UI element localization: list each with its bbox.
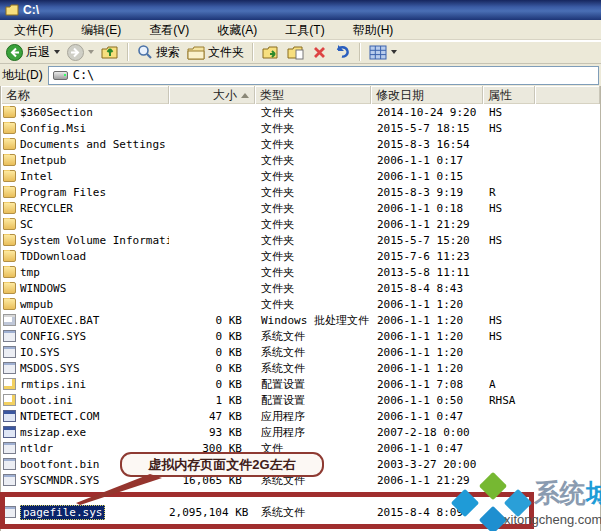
views-button[interactable] <box>366 44 400 61</box>
file-modified-date: 2006-1-1 1:20 <box>371 330 483 343</box>
file-modified-date: 2006-1-1 1:20 <box>371 346 483 359</box>
delete-button[interactable] <box>309 44 330 61</box>
file-type: 应用程序 <box>255 409 371 424</box>
views-caret[interactable] <box>391 50 397 54</box>
file-modified-date: 2015-8-4 8:43 <box>371 282 483 295</box>
move-to-icon <box>262 45 280 60</box>
forward-icon <box>67 44 84 61</box>
file-icon <box>3 362 16 374</box>
file-attributes: HS <box>483 202 535 215</box>
column-header-attributes[interactable]: 属性 <box>483 86 535 104</box>
file-row[interactable]: CONFIG.SYS 0 KB 系统文件 2006-1-1 1:20 HS <box>1 328 600 344</box>
file-type: 系统文件 <box>255 329 371 344</box>
file-type: 文件夹 <box>255 249 371 264</box>
column-header-row: 名称 大小 类型 修改日期 属性 <box>1 86 600 104</box>
menu-file[interactable]: 文件(F) <box>0 19 67 42</box>
file-name: Inetpub <box>20 154 66 167</box>
file-row[interactable]: Inetpub 文件夹 2006-1-1 0:17 <box>1 152 600 168</box>
search-label: 搜索 <box>156 44 180 61</box>
file-size: 0 KB <box>169 346 255 359</box>
file-name: Documents and Settings <box>20 138 166 151</box>
file-icon <box>3 138 16 150</box>
drive-icon <box>53 71 68 80</box>
menu-tools[interactable]: 工具(T) <box>271 19 338 42</box>
back-button[interactable]: 后退 <box>3 43 63 62</box>
file-row[interactable]: TDDownload 文件夹 2015-7-6 11:23 <box>1 248 600 264</box>
file-modified-date: 2013-5-8 11:11 <box>371 266 483 279</box>
file-type: 文件夹 <box>255 137 371 152</box>
file-icon <box>3 154 16 166</box>
file-row[interactable]: rmtips.ini 0 KB 配置设置 2006-1-1 7:08 A <box>1 376 600 392</box>
file-row[interactable]: Intel 文件夹 2006-1-1 0:15 <box>1 168 600 184</box>
file-type: 配置设置 <box>255 377 371 392</box>
file-icon <box>3 330 16 342</box>
search-button[interactable]: 搜索 <box>134 43 183 62</box>
menu-help[interactable]: 帮助(H) <box>339 19 408 42</box>
file-type: 文件夹 <box>255 281 371 296</box>
file-row[interactable]: NTDETECT.COM 47 KB 应用程序 2006-1-1 0:47 <box>1 408 600 424</box>
file-icon <box>3 474 16 486</box>
menu-view[interactable]: 查看(V) <box>135 19 203 42</box>
up-button[interactable] <box>98 43 122 61</box>
forward-button[interactable] <box>64 43 97 62</box>
file-attributes: HS <box>483 314 535 327</box>
file-type: 文件夹 <box>255 121 371 136</box>
file-row[interactable]: RECYCLER 文件夹 2006-1-1 0:18 HS <box>1 200 600 216</box>
file-row[interactable]: Config.Msi 文件夹 2015-5-7 18:15 HS <box>1 120 600 136</box>
file-row[interactable]: WINDOWS 文件夹 2015-8-4 8:43 <box>1 280 600 296</box>
file-row[interactable]: tmp 文件夹 2013-5-8 11:11 <box>1 264 600 280</box>
menu-favorites[interactable]: 收藏(A) <box>203 19 271 42</box>
file-icon <box>3 234 16 246</box>
move-to-button[interactable] <box>259 44 283 61</box>
folders-button[interactable]: 文件夹 <box>184 43 247 62</box>
file-type: 文件夹 <box>255 297 371 312</box>
column-header-name[interactable]: 名称 <box>1 86 169 104</box>
window-folder-icon <box>5 4 19 16</box>
file-icon <box>3 170 16 182</box>
menu-edit[interactable]: 编辑(E) <box>67 19 135 42</box>
file-name: AUTOEXEC.BAT <box>20 314 99 327</box>
file-name: MSDOS.SYS <box>20 362 80 375</box>
annotation-text: 虚拟内存页面文件2G左右 <box>148 456 295 474</box>
undo-button[interactable] <box>331 43 354 61</box>
back-history-caret[interactable] <box>54 50 60 54</box>
file-type: 系统文件 <box>255 361 371 376</box>
watermark-diamond-blue-icon <box>479 506 507 531</box>
address-combo[interactable]: C:\ <box>48 66 599 85</box>
file-name: Config.Msi <box>20 122 86 135</box>
file-row[interactable]: $360Section 文件夹 2014-10-24 9:20 HS <box>1 104 600 120</box>
file-name: IO.SYS <box>20 346 60 359</box>
file-row[interactable]: Documents and Settings 文件夹 2015-8-3 16:5… <box>1 136 600 152</box>
address-bar: 地址(D) C:\ <box>0 64 601 87</box>
file-row[interactable]: Program Files 文件夹 2015-8-3 9:19 R <box>1 184 600 200</box>
file-row[interactable]: SC 文件夹 2006-1-1 21:29 <box>1 216 600 232</box>
file-row[interactable]: wmpub 文件夹 2006-1-1 1:20 <box>1 296 600 312</box>
file-modified-date: 2014-10-24 9:20 <box>371 106 483 119</box>
file-attributes: HS <box>483 234 535 247</box>
column-header-size[interactable]: 大小 <box>169 86 255 104</box>
column-header-type[interactable]: 类型 <box>255 86 371 104</box>
file-modified-date: 2006-1-1 7:08 <box>371 378 483 391</box>
file-icon <box>3 458 16 470</box>
back-icon <box>6 44 23 61</box>
copy-to-button[interactable] <box>284 44 308 61</box>
file-name: RECYCLER <box>20 202 73 215</box>
column-header-modified[interactable]: 修改日期 <box>371 86 483 104</box>
undo-icon <box>334 44 351 60</box>
file-name: TDDownload <box>20 250 86 263</box>
address-value: C:\ <box>73 68 95 82</box>
file-type: 文件夹 <box>255 105 371 120</box>
file-icon <box>3 314 16 326</box>
forward-history-caret[interactable] <box>88 50 94 54</box>
file-name: WINDOWS <box>20 282 66 295</box>
file-modified-date: 2006-1-1 0:18 <box>371 202 483 215</box>
file-modified-date: 2006-1-1 1:20 <box>371 298 483 311</box>
file-name: NTDETECT.COM <box>20 410 99 423</box>
file-row[interactable]: boot.ini 1 KB 配置设置 2006-1-1 0:50 RHSA <box>1 392 600 408</box>
file-row[interactable]: AUTOEXEC.BAT 0 KB Windows 批处理文件 2006-1-1… <box>1 312 600 328</box>
file-row[interactable]: IO.SYS 0 KB 系统文件 2006-1-1 1:20 <box>1 344 600 360</box>
file-row[interactable]: MSDOS.SYS 0 KB 系统文件 2006-1-1 1:20 <box>1 360 600 376</box>
file-row[interactable]: msizap.exe 93 KB 应用程序 2007-2-18 0:00 <box>1 424 600 440</box>
folder-up-icon <box>101 44 119 60</box>
file-row[interactable]: System Volume Information 文件夹 2015-5-7 1… <box>1 232 600 248</box>
